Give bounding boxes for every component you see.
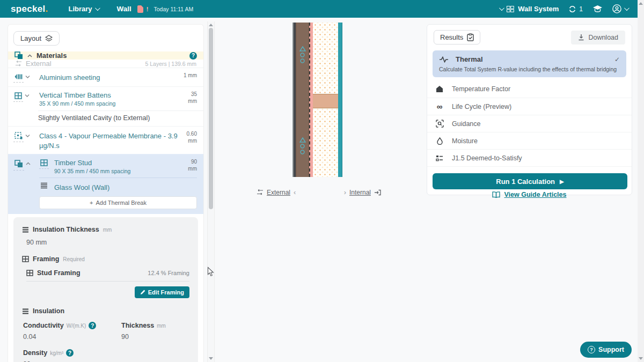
material-row-aluminium-sheeting[interactable]: Aluminium sheeting 1 mm bbox=[8, 68, 203, 86]
result-item-moisture[interactable]: Moisture bbox=[427, 132, 632, 149]
user-avatar-icon bbox=[612, 4, 621, 13]
internal-link: Internal bbox=[349, 189, 371, 196]
thickness-value: 35mm bbox=[179, 91, 197, 105]
external-side-icon bbox=[257, 189, 264, 195]
view-guide-articles-link[interactable]: View Guide Articles bbox=[504, 191, 566, 198]
stud-grid-icon bbox=[40, 159, 48, 166]
insulation-lines-icon bbox=[22, 308, 29, 314]
material-row-timber-stud[interactable]: Timber Stud 90 X 35 mm / 450 mm spacing … bbox=[39, 159, 197, 174]
result-item-j15-deemed-to-satisfy[interactable]: J1.5 Deemed-to-Satisfy bbox=[427, 149, 632, 166]
help-icon[interactable]: ? bbox=[89, 322, 96, 329]
result-item-thermal[interactable]: Thermal ✓ Calculate Total System R-value… bbox=[433, 50, 626, 77]
add-thermal-break-button[interactable]: + Add Thermal Break bbox=[39, 196, 197, 209]
download-icon bbox=[578, 34, 584, 41]
thermal-pulse-icon bbox=[439, 56, 449, 63]
play-icon: ▶ bbox=[560, 179, 564, 184]
result-item-life-cycle[interactable]: ∞ Life Cycle (Preview) bbox=[427, 98, 632, 115]
insulation-lines-icon bbox=[40, 182, 48, 189]
thickness-field[interactable]: 90 bbox=[121, 333, 189, 341]
run-calculation-button[interactable]: Run 1 Calculation ▶ bbox=[433, 173, 627, 189]
result-item-guidance[interactable]: Guidance bbox=[427, 115, 632, 132]
conductivity-field[interactable]: 0.04 bbox=[23, 333, 121, 341]
droplet-icon bbox=[437, 137, 443, 145]
thickness-value: 90mm bbox=[179, 159, 197, 172]
chevron-down-icon[interactable] bbox=[25, 75, 30, 78]
external-link: External bbox=[267, 189, 290, 196]
check-icon: ✓ bbox=[614, 56, 620, 63]
edit-framing-button[interactable]: Edit Framing bbox=[135, 286, 189, 298]
insulation-thickness-field[interactable]: 90 mm bbox=[26, 239, 189, 246]
layer-internal-lining[interactable] bbox=[338, 23, 342, 177]
account-menu[interactable] bbox=[612, 4, 628, 13]
layer-vapour-membrane[interactable] bbox=[309, 23, 313, 177]
grid-icon bbox=[507, 6, 514, 12]
internal-link-group[interactable]: › Internal bbox=[344, 188, 381, 196]
membrane-icon bbox=[14, 132, 23, 139]
scroll-down-icon[interactable] bbox=[209, 357, 213, 360]
chevron-down-icon[interactable] bbox=[25, 134, 30, 137]
copy-layers-icon bbox=[14, 51, 23, 60]
materials-panel: Layout Materials ? External 5 Layers | 1… bbox=[8, 24, 204, 362]
scrollbar-thumb[interactable] bbox=[209, 28, 213, 209]
question-icon: ? bbox=[588, 346, 595, 353]
timber-stud-band[interactable] bbox=[313, 94, 338, 108]
material-dimensions: 90 X 35 mm / 450 mm spacing bbox=[54, 168, 179, 174]
page-scrollbar[interactable] bbox=[638, 0, 644, 362]
chevron-down-icon[interactable] bbox=[25, 94, 30, 97]
guide-articles-row: View Guide Articles bbox=[427, 191, 632, 198]
download-button[interactable]: Download bbox=[571, 31, 625, 45]
group-layers-icon bbox=[14, 160, 23, 168]
internal-side-icon bbox=[374, 189, 381, 196]
sheeting-layer-icon bbox=[14, 73, 23, 80]
left-panel-scrollbar[interactable] bbox=[207, 21, 215, 362]
orientation-row: External ‹ › Internal bbox=[257, 188, 381, 196]
results-panel: Results Download Thermal ✓ Calculate Tot… bbox=[427, 24, 632, 195]
app-logo: speckel. bbox=[11, 4, 48, 14]
support-button[interactable]: ? Support bbox=[580, 342, 632, 358]
material-row-vertical-timber-battens[interactable]: Vertical Timber Battens 35 X 90 mm / 450… bbox=[8, 86, 203, 110]
layer-timber-battens-cavity[interactable] bbox=[296, 23, 309, 177]
document-timestamp: Today 11:11 AM bbox=[154, 6, 194, 12]
result-item-temperature-factor[interactable]: Temperature Factor bbox=[427, 80, 632, 98]
plus-icon: + bbox=[90, 200, 93, 206]
stud-framing-icon bbox=[26, 270, 33, 276]
chevron-right-icon[interactable]: › bbox=[344, 188, 346, 196]
library-menu[interactable]: Library bbox=[69, 5, 99, 13]
scroll-up-icon[interactable] bbox=[639, 2, 643, 5]
insulation-lines-icon bbox=[22, 227, 29, 233]
materials-section-header[interactable]: Materials ? bbox=[8, 51, 203, 60]
scroll-down-icon[interactable] bbox=[639, 357, 643, 360]
thickness-value: 1 mm bbox=[179, 72, 197, 79]
framing-grid-icon bbox=[22, 256, 29, 262]
selected-material-group[interactable]: Timber Stud 90 X 35 mm / 450 mm spacing … bbox=[8, 154, 203, 214]
learning-cap-icon[interactable] bbox=[592, 5, 603, 13]
top-bar: speckel. Library Wall ! Today 11:11 AM W… bbox=[0, 0, 638, 18]
layout-button[interactable]: Layout bbox=[13, 31, 60, 46]
checklist-icon bbox=[436, 155, 443, 161]
external-link-group[interactable]: External ‹ bbox=[257, 188, 296, 196]
document-title-group[interactable]: Wall ! Today 11:11 AM bbox=[117, 5, 194, 13]
scroll-up-icon[interactable] bbox=[209, 24, 213, 26]
chevron-down-icon bbox=[95, 5, 100, 11]
chevron-left-icon[interactable]: ‹ bbox=[294, 188, 296, 196]
help-icon[interactable]: ? bbox=[189, 52, 197, 60]
system-selector[interactable]: Wall System bbox=[499, 5, 559, 13]
help-icon[interactable]: ? bbox=[66, 349, 74, 357]
results-button[interactable]: Results bbox=[434, 30, 480, 45]
external-side-row: External 5 Layers | 139.6 mm bbox=[8, 60, 203, 68]
ventilation-symbol bbox=[299, 46, 306, 63]
thermal-description: Calculate Total System R-value including… bbox=[439, 66, 620, 72]
clipboard-check-icon bbox=[467, 33, 474, 41]
framing-percentage: 12.4 % Framing bbox=[148, 270, 189, 276]
layers-summary: 5 Layers | 139.6 mm bbox=[145, 61, 196, 67]
chevron-up-icon[interactable] bbox=[26, 162, 31, 165]
material-dimensions: 35 X 90 mm / 450 mm spacing bbox=[39, 100, 179, 107]
material-row-vapour-membrane[interactable]: Class 4 - Vapour Permeable Membrane - 3.… bbox=[8, 126, 203, 154]
sync-status[interactable]: 1 bbox=[568, 5, 583, 13]
wall-section-diagram bbox=[292, 23, 342, 177]
layer-glass-wool-insulation[interactable] bbox=[313, 23, 338, 177]
book-icon bbox=[492, 191, 500, 198]
material-row-glass-wool[interactable]: Glass Wool (Wall) bbox=[39, 182, 197, 192]
ventilation-symbol bbox=[299, 137, 306, 154]
refresh-icon bbox=[568, 5, 576, 13]
